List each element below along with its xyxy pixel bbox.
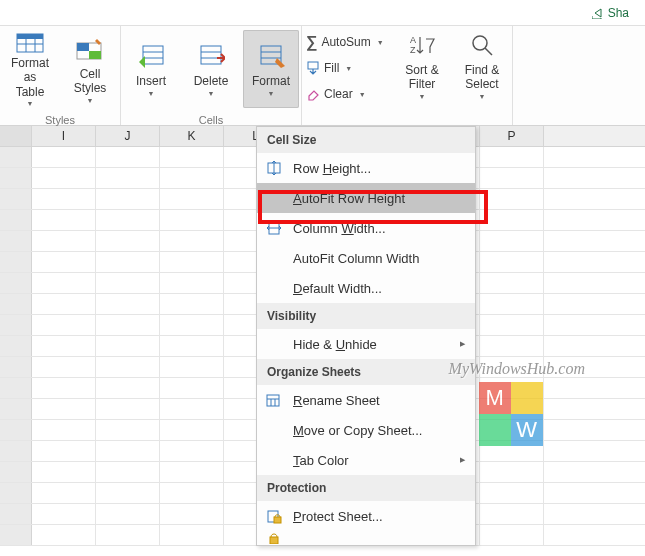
svg-line-21 <box>485 48 492 55</box>
menu-item-truncated[interactable] <box>257 531 475 545</box>
row-header[interactable] <box>0 273 32 293</box>
svg-rect-30 <box>270 537 278 544</box>
row-header[interactable] <box>0 504 32 524</box>
format-as-table-icon <box>16 30 44 54</box>
menu-item-default-width[interactable]: Default Width... <box>257 273 475 303</box>
menu-section-organize-sheets: Organize Sheets <box>257 359 475 385</box>
menu-item-move-or-copy-sheet[interactable]: Move or Copy Sheet... <box>257 415 475 445</box>
svg-text:A: A <box>410 35 416 45</box>
sigma-icon: ∑ <box>306 33 317 51</box>
chevron-down-icon: ▼ <box>27 100 34 108</box>
column-width-icon <box>265 220 283 236</box>
autosum-button[interactable]: ∑ AutoSum ▼ <box>306 32 388 52</box>
sort-filter-button[interactable]: AZ Sort & Filter ▼ <box>394 26 450 104</box>
menu-item-autofit-column-width[interactable]: AutoFit Column Width <box>257 243 475 273</box>
menu-item-autofit-row-height[interactable]: AutoFit Row Height <box>257 183 475 213</box>
submenu-caret-icon: ▶ <box>460 456 465 464</box>
row-header[interactable] <box>0 378 32 398</box>
chevron-down-icon: ▼ <box>377 39 384 46</box>
svg-rect-11 <box>201 46 221 64</box>
delete-cells-icon <box>197 40 225 72</box>
share-label: Sha <box>608 6 629 20</box>
row-header[interactable] <box>0 441 32 461</box>
menu-item-label: AutoFit Row Height <box>293 191 405 206</box>
menu-item-label: AutoFit Column Width <box>293 251 419 266</box>
svg-point-20 <box>473 36 487 50</box>
row-header[interactable] <box>0 189 32 209</box>
clear-button[interactable]: Clear ▼ <box>306 84 388 104</box>
menu-item-label: Rename Sheet <box>293 393 380 408</box>
row-header[interactable] <box>0 147 32 167</box>
menu-section-cell-size: Cell Size <box>257 127 475 153</box>
row-header[interactable] <box>0 210 32 230</box>
chevron-down-icon: ▼ <box>208 90 215 98</box>
menu-item-label: Hide & Unhide <box>293 337 377 352</box>
chevron-down-icon: ▼ <box>419 93 426 101</box>
menu-item-tab-color[interactable]: Tab Color ▶ <box>257 445 475 475</box>
sort-filter-icon: AZ <box>408 29 436 61</box>
menu-item-label: Protect Sheet... <box>293 509 383 524</box>
search-icon <box>470 29 494 61</box>
row-header[interactable] <box>0 231 32 251</box>
row-header[interactable] <box>0 525 32 545</box>
menu-item-label: Column Width... <box>293 221 386 236</box>
lock-icon <box>265 532 283 544</box>
format-as-table-button[interactable]: Format as Table ▼ <box>2 30 58 108</box>
menu-item-rename-sheet[interactable]: Rename Sheet <box>257 385 475 415</box>
svg-rect-8 <box>143 46 163 64</box>
insert-button[interactable]: Insert ▼ <box>123 30 179 108</box>
column-header[interactable]: K <box>160 126 224 146</box>
menu-section-protection: Protection <box>257 475 475 501</box>
svg-rect-24 <box>267 395 279 406</box>
svg-rect-17 <box>308 62 318 69</box>
column-header[interactable]: I <box>32 126 96 146</box>
delete-button[interactable]: Delete ▼ <box>183 30 239 108</box>
fill-button[interactable]: Fill ▼ <box>306 58 388 78</box>
svg-rect-6 <box>77 43 89 51</box>
row-header[interactable] <box>0 294 32 314</box>
cell-styles-button[interactable]: Cell Styles ▼ <box>62 30 118 108</box>
menu-item-label: Row Height... <box>293 161 371 176</box>
row-height-icon <box>265 160 283 176</box>
menu-item-label: Tab Color <box>293 453 349 468</box>
row-header[interactable] <box>0 252 32 272</box>
menu-item-label: Move or Copy Sheet... <box>293 423 422 438</box>
menu-item-protect-sheet[interactable]: Protect Sheet... <box>257 501 475 531</box>
row-header[interactable] <box>0 336 32 356</box>
chevron-down-icon: ▼ <box>148 90 155 98</box>
menu-item-column-width[interactable]: Column Width... <box>257 213 475 243</box>
cell-styles-icon <box>75 33 105 65</box>
insert-cells-icon <box>137 40 165 72</box>
chevron-down-icon: ▼ <box>268 90 275 98</box>
find-select-button[interactable]: Find & Select ▼ <box>454 26 510 104</box>
row-header[interactable] <box>0 483 32 503</box>
svg-rect-1 <box>17 34 43 39</box>
chevron-down-icon: ▼ <box>359 91 366 98</box>
ribbon: Format as Table ▼ Cell Styles ▼ Styles I… <box>0 26 645 126</box>
protect-sheet-icon <box>265 508 283 524</box>
row-header[interactable] <box>0 462 32 482</box>
row-header[interactable] <box>0 315 32 335</box>
format-cells-icon <box>257 40 285 72</box>
svg-rect-7 <box>89 51 101 59</box>
share-button[interactable]: Sha <box>586 4 635 22</box>
column-header[interactable]: P <box>480 126 544 146</box>
rename-sheet-icon <box>265 392 283 408</box>
row-header[interactable] <box>0 420 32 440</box>
format-dropdown-menu: Cell Size Row Height... AutoFit Row Heig… <box>256 126 476 546</box>
format-button[interactable]: Format ▼ <box>243 30 299 108</box>
chevron-down-icon: ▼ <box>87 97 94 105</box>
row-header[interactable] <box>0 168 32 188</box>
select-all-corner[interactable] <box>0 126 32 146</box>
menu-section-visibility: Visibility <box>257 303 475 329</box>
column-header[interactable]: J <box>96 126 160 146</box>
menu-item-row-height[interactable]: Row Height... <box>257 153 475 183</box>
fill-down-icon <box>306 61 320 75</box>
submenu-caret-icon: ▶ <box>460 340 465 348</box>
chevron-down-icon: ▼ <box>345 65 352 72</box>
share-icon <box>592 7 604 19</box>
chevron-down-icon: ▼ <box>479 93 486 101</box>
row-header[interactable] <box>0 399 32 419</box>
row-header[interactable] <box>0 357 32 377</box>
menu-item-hide-unhide[interactable]: Hide & Unhide ▶ <box>257 329 475 359</box>
